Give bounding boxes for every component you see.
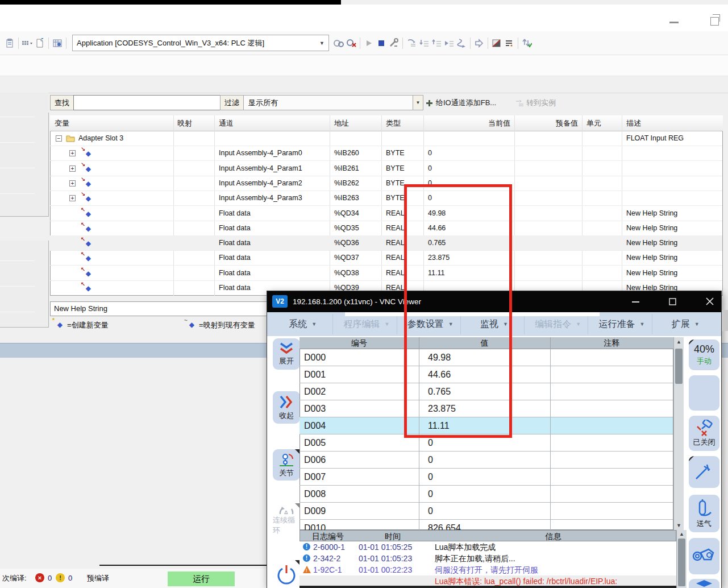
force-values-icon[interactable] bbox=[490, 37, 503, 49]
io-table-row[interactable]: ◆↖Float data%QD34REAL49.98New Help Strin… bbox=[50, 206, 722, 221]
expand-toggle-icon[interactable]: + bbox=[69, 195, 76, 201]
collapse-button[interactable]: 收起 bbox=[273, 391, 300, 424]
vnc-close-button[interactable] bbox=[699, 291, 721, 312]
run-to-cursor-icon[interactable] bbox=[443, 37, 455, 49]
io-table-row[interactable]: +◆↘Input Assembly-4_Param3%IB263BYTE0 bbox=[50, 191, 722, 206]
io-table-row[interactable]: ◆↖Float data%QD36REAL0.765New Help Strin… bbox=[50, 235, 722, 251]
active-application-selector[interactable]: Application [CODESYS_Control_Win_V3_x64:… bbox=[72, 35, 329, 51]
watch-table-scrollbar[interactable]: ▲ ▼ bbox=[673, 337, 684, 530]
toolbar-separator bbox=[18, 38, 19, 49]
step-over-icon[interactable] bbox=[405, 37, 418, 49]
watch-table-row[interactable]: D0060 bbox=[299, 452, 673, 469]
goto-arrow-icon bbox=[515, 100, 524, 106]
watch-table-row[interactable]: D0070 bbox=[299, 469, 673, 486]
continuous-loop-button[interactable]: A 连续循环 bbox=[273, 503, 300, 536]
col-unit[interactable]: 单元 bbox=[586, 115, 601, 131]
new-object-icon[interactable] bbox=[34, 37, 46, 49]
watch-table-row[interactable]: D0080 bbox=[299, 486, 673, 503]
scroll-down-icon[interactable]: ▼ bbox=[674, 523, 684, 528]
io-table-row[interactable]: ◆↖Float data%QD37REAL23.875New Help Stri… bbox=[50, 250, 722, 266]
robot-camera-button[interactable] bbox=[689, 538, 719, 574]
menu-program-edit[interactable]: 程序编辑▼ bbox=[336, 314, 397, 334]
col-address[interactable]: 地址 bbox=[334, 115, 349, 131]
io-table-row[interactable]: ◆↖Float data%QD38REAL11.11New Help Strin… bbox=[50, 266, 722, 281]
cell-divider bbox=[550, 486, 551, 503]
chevron-down-icon[interactable]: ▼ bbox=[413, 95, 423, 110]
torch-button[interactable] bbox=[689, 456, 719, 488]
grid-dropdown-icon[interactable] bbox=[21, 37, 34, 49]
minimize-icon[interactable] bbox=[669, 22, 679, 23]
logout-icon[interactable] bbox=[345, 37, 357, 49]
col-variable[interactable]: 变量 bbox=[55, 115, 69, 131]
io-table-row[interactable]: −Adapter Slot 3FLOAT Input REG bbox=[50, 131, 722, 146]
add-fb-for-io-channel-button[interactable]: 给IO通道添加FB... bbox=[426, 96, 515, 110]
robot-camera-icon bbox=[692, 545, 717, 568]
menu-extend[interactable]: 扩展▼ bbox=[656, 314, 715, 334]
col-type[interactable]: 类型 bbox=[386, 115, 401, 131]
step-into-icon[interactable] bbox=[418, 37, 430, 49]
watch-table-row[interactable]: D010826.654 bbox=[299, 520, 673, 530]
log-row[interactable]: Lua脚本错误: lua_pcall() failed: /rbctrl/lua… bbox=[299, 575, 676, 586]
start-icon[interactable] bbox=[363, 37, 375, 49]
log-scrollbar[interactable]: ▲ bbox=[676, 530, 687, 588]
gas-button[interactable]: 送气 bbox=[689, 495, 719, 532]
col-channel[interactable]: 通道 bbox=[219, 115, 234, 131]
col-log-message[interactable]: 信息 bbox=[430, 531, 677, 542]
scrollbar-thumb[interactable] bbox=[675, 349, 683, 384]
login-icon[interactable] bbox=[332, 37, 345, 49]
expand-toggle-icon[interactable]: + bbox=[69, 165, 76, 172]
show-next-statement-icon[interactable] bbox=[473, 37, 485, 49]
watch-value-cell: 0 bbox=[428, 486, 433, 503]
step-out-icon[interactable] bbox=[430, 37, 443, 49]
torch-closed-button[interactable]: 已关闭 bbox=[689, 416, 719, 451]
stop-icon[interactable] bbox=[375, 37, 388, 49]
scrollbar-thumb[interactable] bbox=[678, 539, 685, 586]
expand-toggle-icon[interactable]: + bbox=[69, 180, 76, 187]
find-input[interactable] bbox=[73, 95, 221, 110]
expand-button[interactable]: 展开 bbox=[273, 338, 300, 370]
build-icon[interactable] bbox=[51, 37, 64, 49]
vnc-minimize-button[interactable] bbox=[625, 291, 647, 312]
col-current-value[interactable]: 当前值 bbox=[423, 115, 510, 131]
blank-button[interactable] bbox=[689, 375, 719, 411]
col-id[interactable]: 编号 bbox=[299, 337, 419, 349]
goto-instance-button[interactable]: 转到实例 bbox=[515, 96, 572, 110]
restore-icon[interactable] bbox=[710, 17, 719, 26]
col-log-id[interactable]: 日志编号 bbox=[300, 531, 356, 542]
watch-table-row[interactable]: D0090 bbox=[299, 503, 673, 520]
speed-button[interactable]: 40% 手动 bbox=[689, 339, 719, 370]
scroll-up-icon[interactable]: ▲ bbox=[674, 339, 684, 345]
collapse-toggle-icon[interactable]: − bbox=[56, 135, 62, 142]
expand-toggle-icon[interactable]: + bbox=[69, 150, 76, 156]
partial-button[interactable] bbox=[689, 579, 719, 588]
watch-list-icon[interactable] bbox=[503, 37, 515, 49]
vnc-maximize-button[interactable] bbox=[662, 291, 684, 312]
menu-run-prepare[interactable]: 运行准备▼ bbox=[592, 314, 652, 334]
menu-system[interactable]: 系统▼ bbox=[273, 314, 333, 334]
filter-select[interactable]: 显示所有 bbox=[243, 95, 413, 110]
col-description[interactable]: 描述 bbox=[626, 115, 641, 131]
paste-icon[interactable] bbox=[3, 37, 16, 49]
reset-warm-icon[interactable] bbox=[521, 37, 533, 49]
col-log-time[interactable]: 时间 bbox=[356, 531, 430, 542]
log-row[interactable]: !1-92C-101-01 00:22:23伺服没有打开，请先打开伺服 bbox=[299, 564, 676, 575]
log-row[interactable]: !2-6000-101-01 01:05:25Lua脚本加载完成 bbox=[299, 541, 676, 553]
io-table-row[interactable]: +◆↘Input Assembly-4_Param0%IB260BYTE0 bbox=[50, 146, 722, 161]
set-next-statement-icon[interactable] bbox=[455, 37, 468, 49]
io-table-row[interactable]: ◆↖Float data%QD35REAL44.66New Help Strin… bbox=[50, 221, 722, 236]
torch-icon bbox=[694, 463, 714, 481]
scrollbar-fragment bbox=[722, 310, 728, 331]
joint-button[interactable]: 关节 bbox=[273, 449, 300, 481]
col-prepared-value[interactable]: 预备值 bbox=[514, 115, 578, 131]
breakpoint-settings-icon[interactable] bbox=[388, 37, 400, 49]
scroll-up-icon[interactable]: ▲ bbox=[677, 531, 687, 537]
io-table-row[interactable]: +◆↘Input Assembly-4_Param1%IB261BYTE0 bbox=[50, 161, 722, 176]
power-button[interactable] bbox=[273, 560, 300, 588]
col-mapping[interactable]: 映射 bbox=[177, 115, 192, 131]
col-comment[interactable]: 注释 bbox=[550, 337, 673, 349]
type-cell: REAL bbox=[386, 235, 405, 250]
io-table-row[interactable]: +◆↘Input Assembly-4_Param2%IB262BYTE0 bbox=[50, 176, 722, 191]
log-row[interactable]: !2-342-201-01 01:05:23脚本正在加载,请稍后... bbox=[299, 553, 676, 564]
menu-edit-instruction[interactable]: 编辑指令▼ bbox=[528, 314, 588, 334]
log-time-cell: 01-01 01:05:23 bbox=[359, 553, 412, 564]
